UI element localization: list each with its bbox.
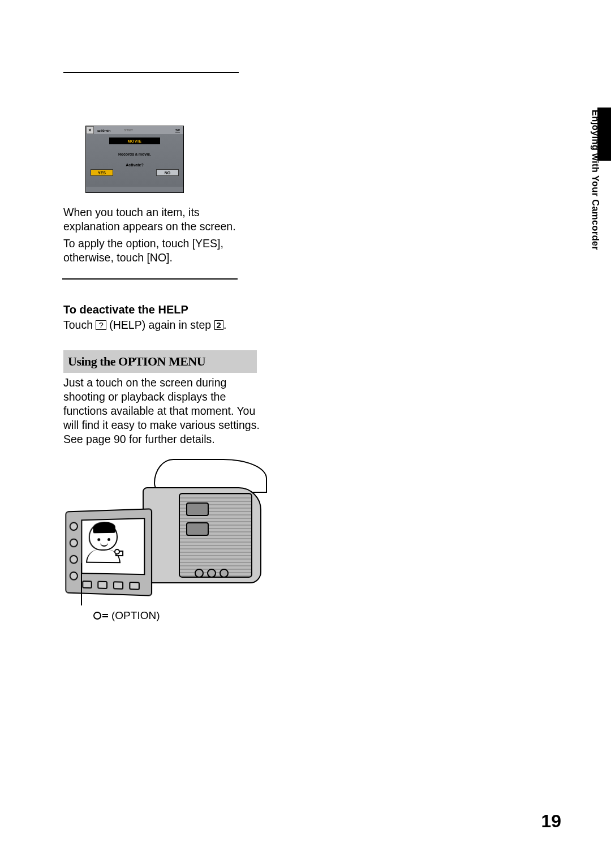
section-divider-top <box>63 72 239 73</box>
battery-indicator: ▭60min <box>97 128 110 132</box>
chapter-side-text: Enjoying with Your Camcorder <box>590 110 601 250</box>
paragraph-option-menu: Just a touch on the screen during shooti… <box>63 376 261 446</box>
paragraph-explanation: When you touch an item, its explanation … <box>63 205 239 234</box>
sp-label: SP <box>175 128 180 132</box>
page-number: 19 <box>541 811 561 832</box>
step-number-box: 2 <box>214 320 223 330</box>
lcd-activate-text: Activate? <box>86 163 183 167</box>
option-callout-label: (OPTION) <box>93 609 160 622</box>
cartoon-face-icon <box>89 522 121 563</box>
lcd-help-dialog: × ▭60min STBY SP MOVIE Records a movie. … <box>85 126 184 193</box>
movie-tag: MOVIE <box>109 137 160 144</box>
lcd-status-bar: × ▭60min STBY SP <box>86 126 183 134</box>
callout-line <box>81 563 82 605</box>
option-icon <box>93 612 108 620</box>
stby-label: STBY <box>124 128 133 132</box>
section-divider-mid <box>62 278 238 280</box>
heading-deactivate-help: To deactivate the HELP <box>63 303 188 316</box>
heading-option-menu: Using the OPTION MENU <box>63 350 257 373</box>
lcd-records-text: Records a movie. <box>86 152 183 156</box>
paragraph-touch-help: Touch ? (HELP) again in step 2. <box>63 319 226 332</box>
yes-button[interactable]: YES <box>91 169 113 176</box>
help-icon: ? <box>96 320 106 330</box>
close-icon[interactable]: × <box>86 126 94 134</box>
camcorder-illustration <box>63 465 239 606</box>
no-button[interactable]: NO <box>156 169 179 176</box>
lcd-bottom-bar <box>86 187 183 192</box>
paragraph-apply: To apply the option, touch [YES], otherw… <box>63 237 239 265</box>
